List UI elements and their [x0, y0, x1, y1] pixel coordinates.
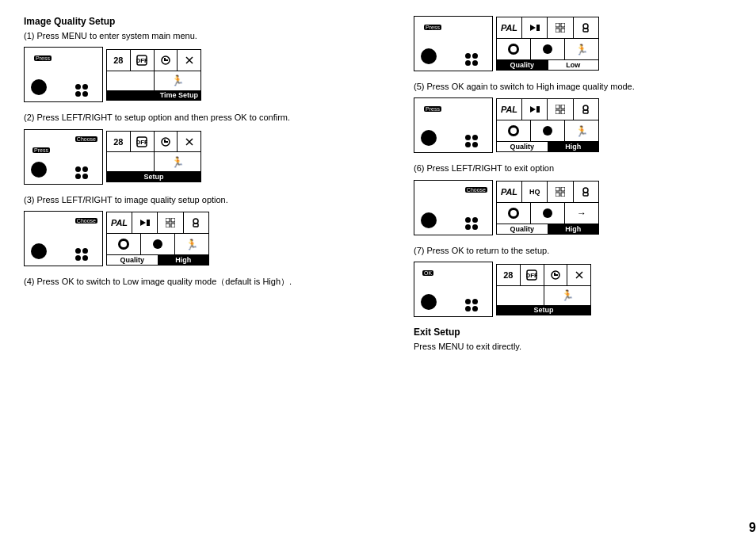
quality-low-box: PAL	[496, 17, 599, 71]
svg-point-42	[583, 105, 588, 110]
svg-rect-30	[561, 29, 565, 32]
step-1-text: (1) Press MENU to enter system main menu…	[24, 30, 390, 42]
left-btn-4	[421, 48, 437, 64]
svg-text:OFF: OFF	[136, 57, 147, 64]
svg-rect-60	[556, 274, 558, 276]
svg-rect-40	[556, 110, 559, 114]
svg-rect-52	[583, 193, 588, 196]
left-btn-7	[421, 294, 437, 310]
left-btn-2	[31, 162, 47, 178]
quality-label-5: Quality	[497, 142, 548, 151]
setup-box: 28 OFF	[106, 131, 201, 182]
step-5-text: (5) Press OK again to switch to High ima…	[414, 81, 756, 93]
high-label-5: High	[548, 142, 599, 151]
press-label-2: Press	[32, 147, 50, 153]
svg-text:OFF: OFF	[526, 272, 537, 279]
svg-rect-28	[561, 23, 565, 27]
cam-box-2: Choose Press	[24, 129, 103, 185]
svg-rect-32	[583, 29, 588, 32]
svg-rect-26	[536, 25, 540, 31]
right-btn-3	[75, 248, 94, 261]
choose-label-2: Choose	[75, 136, 97, 142]
cam-box-6: Choose	[414, 180, 493, 235]
quality-high-box-6: PAL HQ	[496, 181, 599, 235]
svg-text:OFF: OFF	[136, 139, 147, 146]
svg-rect-10	[164, 139, 166, 143]
quality-label-6: Quality	[497, 224, 548, 234]
right-btn-5	[465, 135, 484, 147]
left-btn-6	[421, 212, 437, 228]
diagram-3: Choose	[24, 211, 390, 266]
time-setup-label: Time Setup	[107, 90, 200, 100]
svg-rect-17	[171, 218, 175, 222]
svg-rect-27	[556, 23, 559, 27]
diagram-2: Choose Press	[24, 129, 390, 185]
svg-point-51	[583, 188, 588, 193]
svg-rect-59	[554, 273, 556, 276]
svg-rect-49	[556, 193, 559, 197]
svg-point-20	[193, 219, 198, 224]
high-label-6: High	[548, 224, 599, 234]
cam-box-5: Press	[414, 97, 493, 153]
cam-box-1: Press	[24, 47, 103, 102]
svg-rect-19	[171, 224, 175, 227]
svg-point-54	[510, 210, 517, 216]
svg-rect-16	[166, 218, 170, 222]
svg-rect-48	[561, 187, 565, 191]
setup-return-label: Setup	[497, 305, 590, 315]
right-buttons-1	[75, 84, 94, 97]
cam-box-3: Choose	[24, 211, 103, 266]
diagram-6: Choose	[414, 180, 756, 235]
svg-rect-3	[164, 58, 166, 61]
left-btn-5	[421, 130, 437, 146]
low-label-4: Low	[548, 60, 599, 70]
svg-rect-38	[556, 105, 559, 109]
right-btn-6	[465, 217, 484, 230]
svg-point-45	[510, 128, 517, 134]
step-6-text: (6) Press LEFT/RIGHT to exit option	[414, 162, 756, 174]
step-7-text: (7) Press OK to return to the setup.	[414, 245, 756, 257]
diagram-7: OK	[414, 262, 756, 317]
svg-point-55	[543, 208, 552, 218]
cam-box-4: Press	[414, 16, 493, 71]
svg-rect-4	[166, 59, 168, 61]
right-btn-7	[465, 299, 484, 311]
svg-point-24	[153, 239, 162, 249]
quality-label-3: Quality	[107, 255, 158, 265]
diagram-1: Press	[24, 47, 390, 102]
diagram-4: Press	[414, 16, 756, 71]
press-label-5: Press	[424, 106, 441, 112]
exit-section: Exit Setup Press MENU to exit directly.	[414, 327, 756, 353]
svg-point-23	[120, 241, 127, 247]
right-btn-2	[75, 166, 94, 179]
setup-return-box: 28 OFF	[496, 264, 591, 315]
step-4-text: (4) Press OK to switch to Low image qual…	[24, 276, 390, 288]
section-title: Image Quality Setup	[24, 16, 390, 27]
page-number: 9	[749, 521, 756, 535]
step-2-text: (2) Press LEFT/RIGHT to setup option and…	[24, 112, 390, 124]
quality-label-4: Quality	[497, 60, 548, 70]
ok-label-7: OK	[422, 270, 433, 276]
choose-label-6: Choose	[465, 187, 487, 193]
svg-rect-11	[166, 141, 168, 143]
cam-box-7: OK	[414, 262, 493, 317]
high-label-3: High	[158, 255, 209, 265]
exit-title: Exit Setup	[414, 327, 756, 338]
diagram-5: Press	[414, 97, 756, 153]
press-label-1: Press	[34, 55, 52, 61]
svg-rect-29	[556, 29, 559, 32]
svg-point-31	[583, 24, 588, 29]
svg-marker-25	[530, 25, 536, 31]
svg-rect-37	[536, 106, 540, 113]
choose-label-3: Choose	[75, 218, 97, 224]
svg-point-46	[543, 126, 552, 136]
svg-point-35	[543, 44, 552, 54]
svg-marker-36	[530, 106, 536, 113]
setup-label: Setup	[107, 172, 200, 182]
exit-text: Press MENU to exit directly.	[414, 341, 756, 353]
svg-rect-47	[556, 187, 559, 191]
svg-rect-21	[193, 224, 198, 227]
svg-rect-39	[561, 105, 565, 109]
svg-rect-43	[583, 110, 588, 113]
svg-marker-14	[140, 220, 146, 226]
